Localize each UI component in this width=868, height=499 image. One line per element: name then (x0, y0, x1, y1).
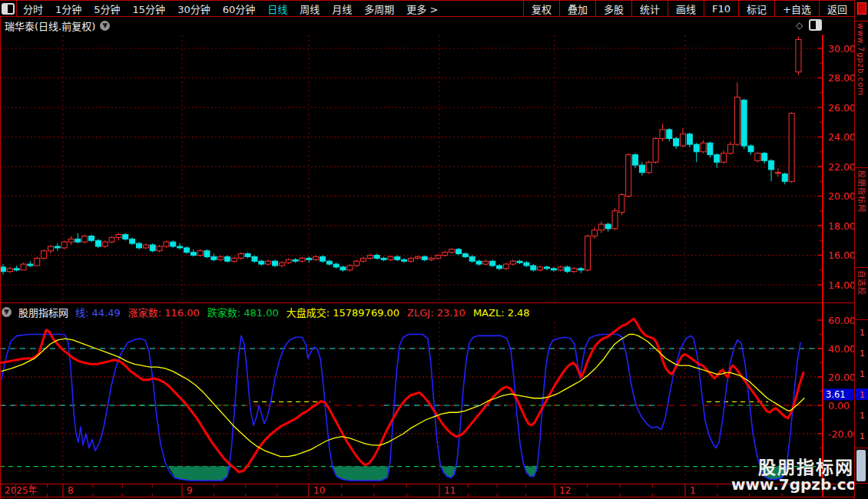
period-item[interactable]: 周线 (293, 2, 326, 16)
indicator-chevron-icon[interactable]: ▼ (2, 307, 12, 317)
date-label: 1 (690, 485, 696, 496)
svg-text:28.00: 28.00 (828, 72, 856, 84)
chart-canvas[interactable]: 14.0016.0018.0020.0022.0024.0026.0028.00… (0, 0, 868, 499)
top-toolbar: 分时1分钟5分钟15分钟30分钟60分钟日线周线月线多周期更多 > 复权叠加多股… (0, 0, 855, 17)
svg-text:24.00: 24.00 (828, 131, 856, 143)
layout-toggle-button[interactable] (0, 1, 17, 16)
tool-item[interactable]: 返回 (819, 1, 855, 16)
indicator-values: 线: 44.49涨家数: 116.00跌家数: 481.00大盘成交: 1578… (75, 305, 538, 319)
period-menu: 分时1分钟5分钟15分钟30分钟60分钟日线周线月线多周期更多 > (17, 2, 444, 16)
date-label: 9 (187, 485, 193, 496)
watermark-site: 股朋指标网 (731, 458, 854, 477)
strip-divider (855, 483, 868, 484)
svg-text:18.00: 18.00 (828, 220, 856, 232)
period-item[interactable]: 5分钟 (88, 2, 126, 16)
indicator-value: 跌家数: 481.00 (207, 307, 279, 319)
indicator-header: ▼ 股朋指标网 线: 44.49涨家数: 116.00跌家数: 481.00大盘… (0, 305, 822, 319)
period-item[interactable]: 15分钟 (127, 2, 172, 16)
indicator-value: ZLGJ: 23.10 (407, 307, 465, 319)
period-item[interactable]: 月线 (326, 2, 358, 16)
indicator-value: MAZL: 2.48 (473, 307, 530, 319)
panel-layout-icon[interactable] (809, 19, 822, 31)
tool-item[interactable]: 标记 (738, 1, 774, 16)
strip-divider (855, 448, 868, 448)
date-label: 11 (444, 485, 456, 496)
tool-item[interactable]: 叠加 (559, 1, 595, 16)
period-item[interactable]: 30分钟 (171, 2, 217, 16)
svg-text:60.00: 60.00 (828, 315, 856, 326)
strip-divider (855, 167, 868, 168)
svg-text:26.00: 26.00 (828, 102, 856, 114)
watermark: 股朋指标网 www.7gpzb.com (731, 458, 854, 493)
tool-item[interactable]: 画线 (668, 1, 704, 16)
axis-layer: 14.0016.0018.0020.0022.0024.0026.0028.00… (0, 0, 859, 499)
strip-vertical-label: 股朋指标网 (856, 170, 868, 266)
strip-vertical-label: 自选股 (856, 270, 868, 318)
indicator-site-label: 股朋指标网 (18, 305, 68, 319)
tool-item[interactable]: F10 (704, 1, 738, 16)
right-edge-strip: www.7gpzb.com股朋指标网自选股1 1 1 1 1 1 (854, 0, 868, 499)
strip-marker (857, 2, 866, 15)
split-view-icon (2, 3, 15, 15)
strip-digits: 1 1 1 1 1 1 (860, 322, 865, 447)
title-bar: 瑞华泰(日线.前复权) ▼ ◇ (0, 18, 854, 33)
stock-app-window: 14.0016.0018.0020.0022.0024.0026.0028.00… (0, 0, 868, 499)
svg-text:0.00: 0.00 (828, 400, 850, 411)
period-item[interactable]: 60分钟 (217, 2, 262, 16)
strip-vertical-label: www.7gpzb.com (856, 23, 865, 166)
tool-item[interactable]: 复权 (523, 1, 559, 16)
indicator-value: 线: 44.49 (75, 307, 121, 319)
tool-item[interactable]: +自选 (774, 1, 819, 16)
strip-divider (855, 319, 868, 320)
period-item[interactable]: 更多 > (400, 2, 444, 16)
axis-value-tag: 3.61 (826, 389, 846, 400)
tool-item[interactable]: 统计 (631, 1, 668, 16)
strip-divider (855, 21, 868, 21)
date-label: 8 (68, 485, 74, 496)
period-item[interactable]: 分时 (17, 2, 49, 16)
svg-text:20.00: 20.00 (828, 190, 856, 202)
chevron-down-icon[interactable]: ▼ (100, 21, 110, 31)
svg-text:30.00: 30.00 (828, 43, 856, 55)
indicator-value: 大盘成交: 15789769.00 (287, 307, 399, 319)
page-title: 瑞华泰(日线.前复权) (5, 18, 95, 33)
period-item[interactable]: 1分钟 (49, 2, 88, 16)
indicator-value: 涨家数: 116.00 (128, 307, 200, 319)
strip-scrollbar[interactable] (856, 450, 866, 481)
tool-item[interactable]: 多股 (595, 1, 631, 16)
date-label: 10 (313, 485, 325, 496)
candlestick-layer (1, 37, 801, 275)
svg-text:14.00: 14.00 (828, 279, 856, 291)
svg-text:22.00: 22.00 (828, 161, 856, 173)
watermark-url: www.7gpzb.com (731, 477, 854, 493)
strip-divider (855, 267, 868, 268)
date-label: 12 (559, 485, 571, 496)
svg-text:16.00: 16.00 (828, 250, 856, 261)
tools-menu: 复权叠加多股统计画线F10标记+自选返回 (523, 1, 855, 16)
period-item[interactable]: 多周期 (358, 2, 400, 16)
date-label: 2025年 (5, 485, 38, 496)
period-item[interactable]: 日线 (261, 2, 293, 16)
diamond-icon[interactable]: ◇ (796, 20, 803, 31)
svg-text:40.00: 40.00 (828, 343, 856, 355)
oscillator-layer (0, 319, 822, 481)
svg-text:20.00: 20.00 (828, 372, 856, 383)
